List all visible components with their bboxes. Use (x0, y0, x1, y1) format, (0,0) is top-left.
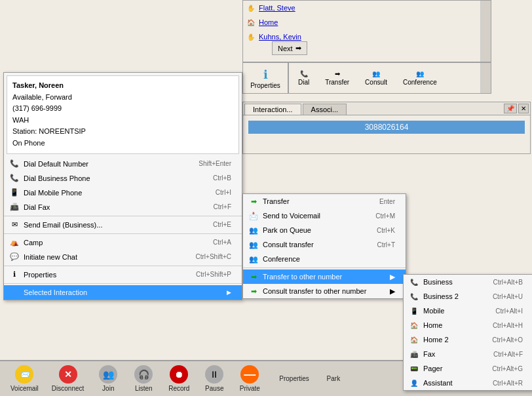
join-icon: 👥 (99, 365, 117, 384)
close-icon[interactable]: ✕ (518, 104, 529, 113)
menu-label-dial-mobile: Dial Mobile Phone (24, 189, 82, 197)
other-assistant-label: Assistant (423, 379, 453, 387)
menu-item-send-email[interactable]: ✉ Send Email (Business)... Ctrl+E (4, 218, 242, 232)
interaction-tabs: Interaction... Associ... (243, 102, 530, 115)
voicemail-submenu-icon: 📩 (248, 210, 259, 221)
selected-interaction-icon (9, 287, 20, 298)
other-home2-item[interactable]: 🏠 Home 2 Ctrl+Alt+O (404, 332, 532, 347)
other-business2-item[interactable]: 📞 Business 2 Ctrl+Alt+U (404, 289, 532, 304)
other-assistant-item[interactable]: 👤 Assistant Ctrl+Alt+R (404, 376, 532, 390)
other-fax-label: Fax (423, 350, 435, 358)
contact-name-kuhns[interactable]: Kuhns, Kevin (259, 33, 301, 41)
properties-label: Properties (250, 82, 280, 89)
other-pager-shortcut: Ctrl+Alt+G (492, 365, 523, 372)
dial-mobile-icon: 📱 (9, 188, 20, 198)
menu-item-dial-business[interactable]: 📞 Dial Business Phone Ctrl+B (4, 171, 242, 186)
properties-menu-icon: ℹ (9, 269, 20, 280)
next-arrow-icon: ➡ (295, 44, 301, 52)
menu-item-selected-interaction[interactable]: Selected Interaction ▶ (4, 285, 242, 300)
menu-label-selected-interaction: Selected Interaction (24, 288, 87, 296)
menu-label-send-email: Send Email (Business)... (24, 221, 102, 229)
other-fax-item[interactable]: 📠 Fax Ctrl+Alt+F (404, 347, 532, 361)
panel-controls: 📌 ✕ (504, 104, 529, 113)
conference-button[interactable]: 👥 Conference (399, 69, 441, 87)
voicemail-icon: 📨 (15, 365, 33, 384)
contact-item-flatt[interactable]: ✋ Flatt, Steve (243, 1, 491, 15)
transfer-submenu-icon: ➡ (248, 196, 259, 207)
properties-button[interactable]: ℹ Properties (242, 62, 288, 94)
dial-label: Dial (298, 79, 309, 86)
other-business-label: Business (423, 278, 453, 286)
camp-icon: ⛺ (9, 237, 20, 248)
menu-item-dial-default[interactable]: 📞 Dial Default Number Shift+Enter (4, 157, 242, 171)
disconnect-label: Disconnect (52, 385, 84, 392)
submenu-conference-item[interactable]: 👥 Conference (243, 252, 406, 266)
menu-label-dial-business: Dial Business Phone (24, 174, 90, 182)
interaction-panel: Interaction... Associ... 3088026164 📌 ✕ (242, 102, 531, 154)
voicemail-button[interactable]: 📨 Voicemail (5, 363, 44, 394)
menu-item-new-chat[interactable]: 💬 Initiate new Chat Ctrl+Shift+C (4, 250, 242, 264)
shortcut-dial-default: Shift+Enter (199, 160, 231, 167)
contact-item-home[interactable]: 🏠 Home (243, 15, 491, 30)
submenu-voicemail-shortcut: Ctrl+M (375, 212, 395, 220)
submenu-conference-label: Conference (263, 255, 300, 263)
other-pager-item[interactable]: 📟 Pager Ctrl+Alt+G (404, 361, 532, 376)
home2-icon: 🏠 (409, 334, 419, 345)
submenu-consult-other-item[interactable]: ➡ Consult transfer to other number ▶ (243, 284, 406, 298)
submenu-separator-1 (243, 267, 406, 268)
pause-button[interactable]: ⏸ Pause (198, 363, 231, 394)
private-button[interactable]: — Private (233, 363, 266, 394)
next-button[interactable]: Next ➡ (272, 41, 307, 55)
submenu-park-shortcut: Ctrl+K (377, 227, 395, 234)
other-pager-label: Pager (423, 365, 442, 372)
menu-item-dial-mobile[interactable]: 📱 Dial Mobile Phone Ctrl+I (4, 186, 242, 200)
menu-item-dial-fax[interactable]: 📠 Dial Fax Ctrl+F (4, 200, 242, 214)
other-home-item[interactable]: 🏠 Home Ctrl+Alt+H (404, 318, 532, 332)
shortcut-send-email: Ctrl+E (213, 221, 231, 228)
scrollbar-v[interactable] (480, 1, 491, 62)
listen-label: Listen (135, 385, 153, 392)
park-label: Park (327, 375, 341, 382)
consult-submenu-icon: 👥 (248, 239, 259, 250)
submenu-voicemail-item[interactable]: 📩 Send to Voicemail Ctrl+M (243, 208, 406, 223)
other-home-shortcut: Ctrl+Alt+H (493, 322, 523, 329)
submenu-transfer-shortcut: Enter (379, 198, 395, 205)
home-icon: 🏠 (246, 17, 256, 28)
contact-name-flatt[interactable]: Flatt, Steve (259, 4, 295, 12)
disconnect-button[interactable]: ✕ Disconnect (47, 363, 89, 394)
hand-icon: ✋ (246, 3, 256, 13)
properties-extra-button[interactable]: Properties (274, 373, 314, 384)
dial-business-icon: 📞 (9, 173, 20, 184)
other-mobile-item[interactable]: 📱 Mobile Ctrl+Alt+I (404, 304, 532, 318)
private-icon: — (240, 365, 259, 384)
menu-item-camp[interactable]: ⛺ Camp Ctrl+A (4, 235, 242, 250)
consult-button[interactable]: 👥 Consult (361, 69, 391, 87)
join-button[interactable]: 👥 Join (92, 363, 124, 394)
consult-other-icon: ➡ (248, 286, 259, 296)
submenu-park-item[interactable]: 👥 Park on Queue Ctrl+K (243, 223, 406, 237)
record-button[interactable]: ⏺ Record (162, 363, 195, 394)
transfer-button[interactable]: ➡ Transfer (321, 69, 353, 87)
listen-button[interactable]: 🎧 Listen (127, 363, 160, 394)
other-business-item[interactable]: 📞 Business Ctrl+Alt+B (404, 275, 532, 289)
submenu-transfer-item[interactable]: ➡ Transfer Enter (243, 194, 406, 208)
business-active-icon: 📞 (409, 277, 419, 287)
assistant-icon: 👤 (409, 378, 419, 388)
contact-name-home[interactable]: Home (259, 18, 278, 26)
contact-station: Station: NOREENTSIP (12, 126, 233, 138)
record-label: Record (168, 385, 189, 392)
pin-icon[interactable]: 📌 (504, 104, 517, 113)
dial-default-icon: 📞 (9, 159, 20, 169)
hand-icon-2: ✋ (246, 31, 256, 42)
other-home2-label: Home 2 (423, 336, 449, 344)
submenu-consult-item[interactable]: 👥 Consult transfer Ctrl+T (243, 237, 406, 252)
tab-interaction[interactable]: Interaction... (244, 104, 301, 115)
scrollbar-toolbar[interactable] (480, 63, 491, 93)
dial-button[interactable]: 📞 Dial (294, 69, 313, 87)
menu-item-properties[interactable]: ℹ Properties Ctrl+Shift+P (4, 267, 242, 282)
consult-other-arrow: ▶ (390, 287, 395, 296)
submenu-transfer-other-item[interactable]: ➡ Transfer to other number ▶ (243, 269, 406, 284)
park-button[interactable]: Park (317, 373, 350, 384)
menu-separator-2 (4, 233, 242, 234)
tab-associ[interactable]: Associ... (303, 104, 347, 115)
